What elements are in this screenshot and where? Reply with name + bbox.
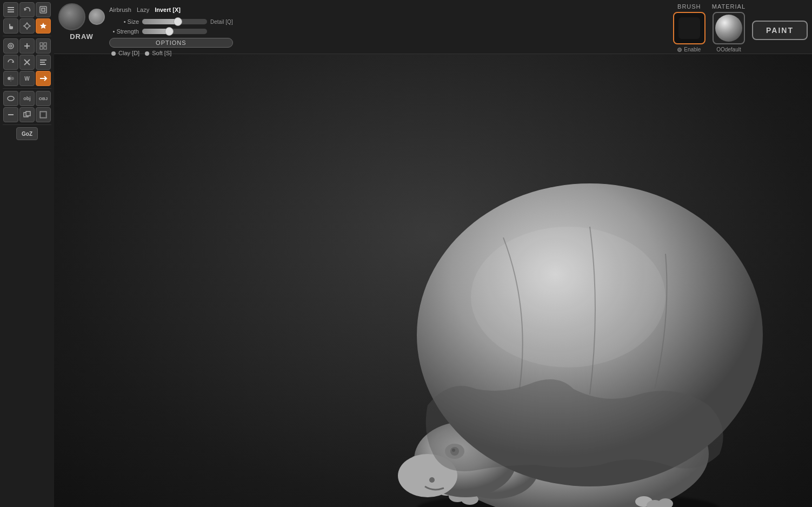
strength-slider[interactable] [142,29,207,34]
crosshair-btn[interactable] [19,18,35,34]
svg-rect-16 [44,43,46,45]
svg-rect-0 [8,7,14,8]
material-thumbnail[interactable] [713,12,745,44]
svg-point-5 [25,24,29,28]
oodefault-label: OOdefault [716,47,741,52]
svg-rect-31 [26,111,30,116]
invert-label[interactable]: Invert [X] [155,6,181,13]
symmetry-btn[interactable] [3,71,18,86]
clay-soft-row: Clay [D] Soft [S] [109,50,233,56]
options-button[interactable]: OPTIONS [109,38,233,48]
size-slider-row: • Size Detail [Q] [109,18,233,25]
svg-rect-2 [8,11,14,12]
toolbar-row-1 [3,2,51,17]
grid-btn[interactable] [36,38,51,54]
brush-inner [678,17,700,39]
toolbar-row-6: obj OBJ [3,91,51,106]
undo-btn[interactable] [19,2,35,17]
svg-rect-33 [41,113,45,117]
size-slider[interactable] [142,19,207,24]
top-bar: DRAW Airbrush Lazy Invert [X] • Size Det… [54,0,812,54]
brush-circle-small[interactable] [89,9,105,25]
strength-slider-row: • Strength [109,28,233,35]
goz-btn[interactable]: GoZ [16,127,38,140]
svg-rect-18 [44,47,46,49]
obj1-btn[interactable]: obj [19,91,35,106]
strength-label: • Strength [109,28,139,35]
svg-rect-21 [40,60,46,61]
main-canvas[interactable] [54,54,812,507]
paint-button[interactable]: PAINT [752,21,808,40]
brush-preview: DRAW [58,2,105,41]
lazy-label[interactable]: Lazy [137,6,149,13]
shell-highlight [471,227,665,367]
w-btn[interactable]: W [19,71,35,86]
swap-btn[interactable] [36,71,51,86]
box1-btn[interactable] [19,107,35,122]
brush-section-label: BRUSH [677,3,701,10]
detail-label[interactable]: Detail [Q] [210,19,233,25]
box2-btn[interactable] [36,107,51,122]
lines-btn[interactable] [36,55,51,70]
soft-radio [145,51,149,56]
circle-btn[interactable] [3,38,18,54]
svg-rect-4 [42,8,45,11]
clay-radio [111,51,116,56]
material-sphere [715,15,742,42]
hand-btn[interactable] [3,18,18,34]
svg-rect-22 [40,62,45,63]
svg-rect-17 [40,47,43,49]
soft-label[interactable]: Soft [S] [145,50,171,56]
nostril [429,477,435,483]
svg-rect-29 [8,114,14,115]
divider-3 [3,124,51,125]
active-btn[interactable] [36,18,51,34]
shell-edge [426,379,723,471]
brush-section: BRUSH Enable [673,3,705,52]
oval-btn[interactable] [3,91,18,106]
svg-point-26 [11,77,14,80]
x-btn[interactable] [19,55,35,70]
left-toolbar: W obj OBJ GoZ [0,0,54,507]
airbrush-label[interactable]: Airbrush [109,6,131,13]
toolbar-row-2 [3,18,51,34]
brush-thumbnail[interactable] [673,12,705,44]
material-section: MATERIAL OOdefault [712,3,746,52]
frame-btn[interactable] [36,2,51,17]
clay-label[interactable]: Clay [D] [111,50,139,56]
brush-circle-main[interactable] [58,3,85,30]
svg-point-28 [8,96,14,101]
svg-point-11 [8,43,14,49]
divider-1 [3,36,51,36]
divider-2 [3,88,51,89]
turtle-svg [287,118,774,508]
brush-material-area: BRUSH Enable MATERIAL OOdefault PAINT [673,2,808,52]
toolbar-row-5: W [3,71,51,86]
material-section-label: MATERIAL [712,3,746,10]
obj2-btn[interactable]: OBJ [36,91,51,106]
top-options: Airbrush Lazy Invert [X] [109,4,233,13]
enable-check[interactable]: Enable [677,47,701,52]
minus-btn[interactable] [3,107,18,122]
draw-label: DRAW [70,32,94,41]
svg-point-24 [8,77,11,80]
toolbar-row-7 [3,107,51,122]
svg-rect-23 [40,64,46,65]
enable-circle [677,48,682,52]
menu-btn[interactable] [3,2,18,17]
sliders-area: • Size Detail [Q] • Strength [109,16,233,35]
svg-marker-10 [40,23,46,29]
svg-rect-15 [40,43,43,45]
toolbar-row-3 [3,38,51,54]
toolbar-row-4 [3,55,51,70]
brush-circles [58,3,105,30]
plus-btn[interactable] [19,38,35,54]
size-label: • Size [109,18,139,25]
svg-point-12 [10,45,12,47]
turtle-model [287,118,774,508]
enable-label: Enable [684,47,701,52]
svg-rect-1 [8,9,14,10]
rotate-btn[interactable] [3,55,18,70]
